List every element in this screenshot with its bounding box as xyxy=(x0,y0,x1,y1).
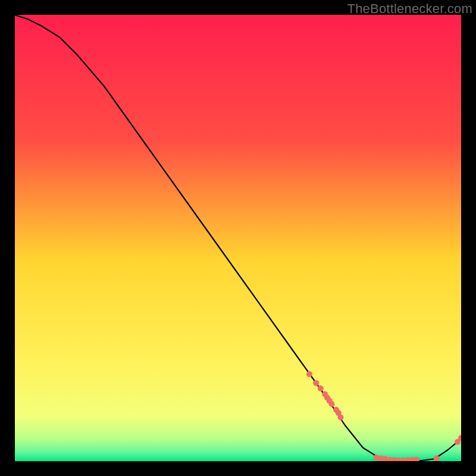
chart-container: TheBottlenecker.com xyxy=(0,0,476,476)
plot-area xyxy=(15,15,461,461)
data-point xyxy=(338,415,344,421)
data-point xyxy=(318,386,324,392)
gradient-background xyxy=(15,15,461,461)
data-point xyxy=(329,401,335,407)
data-point xyxy=(306,371,312,377)
data-point xyxy=(313,380,319,386)
chart-svg xyxy=(15,15,461,461)
